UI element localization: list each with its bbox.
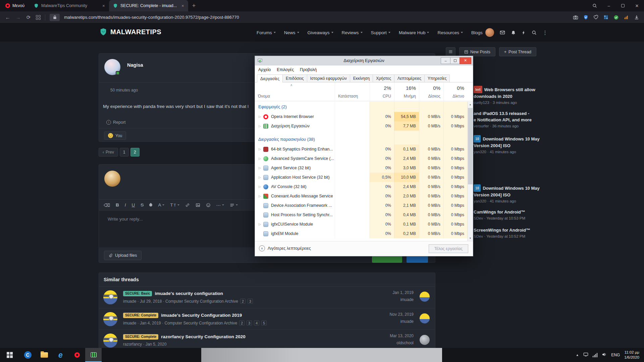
sidebar-thread-item[interactable]: ScreenWings for Android™SDev · Yesterday… [474,227,547,238]
scrollbar-thumb[interactable] [468,108,473,184]
tm-col-network[interactable]: 0% Δίκτυο [443,82,467,101]
sidebar-thread-item[interactable]: 10Download Windows 10 MayVersion 2004] I… [474,135,547,154]
tm-title-bar[interactable]: Διαχείριση Εργασιών – ✕ [255,56,473,65]
nav-item-resources[interactable]: Resources [437,30,463,35]
post-timestamp[interactable]: 50 minutes ago [110,88,138,93]
nav-item-reviews[interactable]: Reviews [342,30,363,35]
tm-menu-item[interactable]: Προβολή [297,67,319,73]
expand-arrow-icon[interactable]: ▷ [257,147,263,151]
vpn-signal-icon[interactable] [624,15,629,20]
thread-page-link[interactable]: 5 [261,320,267,325]
taskbar-item-file-explorer[interactable] [36,348,52,362]
thread-page-link[interactable]: 2 [239,320,245,325]
process-row[interactable]: ▷Διαχείριση Εργασιών0%7,7 MB0 MB/s0 Mbps [255,121,467,131]
more-options-icon[interactable]: ⋯ [216,202,224,208]
process-row[interactable]: igfxEM Module0%0,2 MB0 MB/s0 Mbps [255,229,467,238]
upload-files-button[interactable]: Upload files [104,251,142,260]
tm-tab[interactable]: Λεπτομέρειες [394,74,425,82]
scroll-down-icon[interactable]: ▼ [468,235,473,241]
tab-close-icon[interactable]: ✕ [102,4,105,8]
expand-arrow-icon[interactable]: ▷ [257,223,263,226]
maximize-button[interactable] [616,0,630,11]
nav-item-forums[interactable]: Forums [257,30,276,35]
tm-scrollbar[interactable]: ▲ ▼ [467,102,473,241]
font-size-icon[interactable]: A [158,202,164,207]
tm-tab[interactable]: Ιστορικό εφαρμογών [307,74,350,82]
nav-item-giveaways[interactable]: Giveaways [308,30,333,35]
prev-page-button[interactable]: ‹ Prev [99,148,118,157]
link-icon[interactable] [185,203,190,207]
tm-maximize-button[interactable] [450,57,460,64]
expand-arrow-icon[interactable]: ▷ [257,157,263,160]
minimize-button[interactable]: – [602,0,616,11]
process-row[interactable]: ▷AV Console (32 bit)0%2,4 MB0 MB/s0 Mbps [255,182,467,191]
end-task-button[interactable]: Τέλος εργασίας [429,244,468,253]
site-logo[interactable]: MALWARETIPS [99,28,161,36]
process-group-header[interactable]: Διεργασίες παρασκηνίου (38) [255,134,467,144]
bold-icon[interactable]: B [116,202,119,207]
speed-dial-icon[interactable] [36,15,41,20]
similar-thread-row[interactable]: SECURE: Basicimuade's security configura… [99,287,435,308]
text-style-icon[interactable]: TT [170,202,179,207]
thread-page-link[interactable]: 3 [247,320,252,325]
tm-tab[interactable]: Χρήστες [373,74,394,82]
back-button[interactable]: ← [5,14,11,20]
taskbar-item-task-manager[interactable] [85,348,102,362]
snapshot-icon[interactable] [573,15,578,20]
italic-icon[interactable]: I [125,202,126,207]
opera-menu-button[interactable]: Μενού [0,0,30,11]
expand-arrow-icon[interactable]: ▷ [257,194,263,198]
clock[interactable]: 11:02 μμ 1/6/2020 [624,350,639,360]
similar-thread-row[interactable]: SECURE: Completeimuade's Security Config… [99,308,435,329]
similar-thread-row[interactable]: SECURE: Completerazorfancy Security Conf… [99,329,435,348]
sidebar-thread-item[interactable]: and iPadOS 13.5 released -e Notification… [474,110,547,128]
emoji-icon[interactable] [206,203,211,207]
text-color-icon[interactable] [149,203,152,206]
strikethrough-icon[interactable]: S [141,202,144,207]
tm-minimize-button[interactable]: – [441,57,450,64]
process-row[interactable]: ▷igfxCUIService Module0%0,1 MB0 MB/s0 Mb… [255,220,467,229]
browser-tab[interactable]: MalwareTips Community✕ [30,0,109,11]
current-user-avatar[interactable] [104,171,120,187]
taskbar-item-ccleaner[interactable]: C [19,348,36,362]
expand-arrow-icon[interactable]: ▷ [257,166,263,170]
expand-arrow-icon[interactable]: ▷ [257,115,263,118]
process-row[interactable]: ▷Conexant Audio Message Service0%2,0 MB0… [255,191,467,201]
taskbar-item-opera[interactable] [69,348,85,362]
sidebar-thread-item[interactable]: CamWings for Android™SDev · Yesterday at… [474,209,547,220]
tm-col-cpu[interactable]: 2% CPU [370,82,394,101]
tab-close-icon[interactable]: ✕ [181,4,184,8]
taskbar-item-edge[interactable]: e [52,348,69,362]
tm-col-name[interactable]: ∧ Όνομα [255,82,335,101]
report-link[interactable]: ! Report [106,120,126,125]
url-field[interactable]: malwaretips.com/threads/imuades-security… [64,15,239,20]
page-button-2[interactable]: 2 [130,148,140,157]
tm-tab[interactable]: Εκκίνηση [350,74,373,82]
nav-item-malware-hub[interactable]: Malware Hub [399,30,429,35]
tm-menu-item[interactable]: Επιλογές [274,67,297,73]
post-author-name[interactable]: Nagisa [127,62,143,68]
process-row[interactable]: ▷Application Host Service (32 bit)0,5%10… [255,173,467,182]
bookmark-heart-icon[interactable] [593,15,598,20]
display-tray-icon[interactable] [583,352,588,358]
tm-close-button[interactable]: ✕ [460,57,471,64]
thread-title[interactable]: imuade's security configuration [155,291,223,296]
adblock-check-icon[interactable] [613,15,619,20]
browser-tab[interactable]: SECURE: Complete - imuad...✕ [109,0,188,11]
list-format-icon[interactable] [230,203,238,207]
image-icon[interactable] [196,203,200,207]
sidebar-thread-item[interactable]: lertWeb Browsers still allowdownloads in… [474,86,547,105]
thread-page-link[interactable]: 3 [248,299,253,304]
forward-button[interactable]: → [15,14,21,20]
expand-arrow-icon[interactable]: ▷ [257,176,263,179]
process-row[interactable]: Device Association Framework ...0%2,1 MB… [255,201,467,210]
page-button-1[interactable]: 1 [120,148,129,157]
thread-page-link[interactable]: 2 [240,299,246,304]
tray-expand-icon[interactable]: ▲ [576,353,579,357]
tm-col-status[interactable]: Κατάσταση [335,82,370,101]
start-button[interactable] [0,348,19,362]
tm-col-disk[interactable]: 0% Δίσκος [419,82,443,101]
nav-item-support[interactable]: Support [371,30,390,35]
scroll-up-icon[interactable]: ▲ [468,102,473,107]
underline-icon[interactable]: U [132,202,135,207]
